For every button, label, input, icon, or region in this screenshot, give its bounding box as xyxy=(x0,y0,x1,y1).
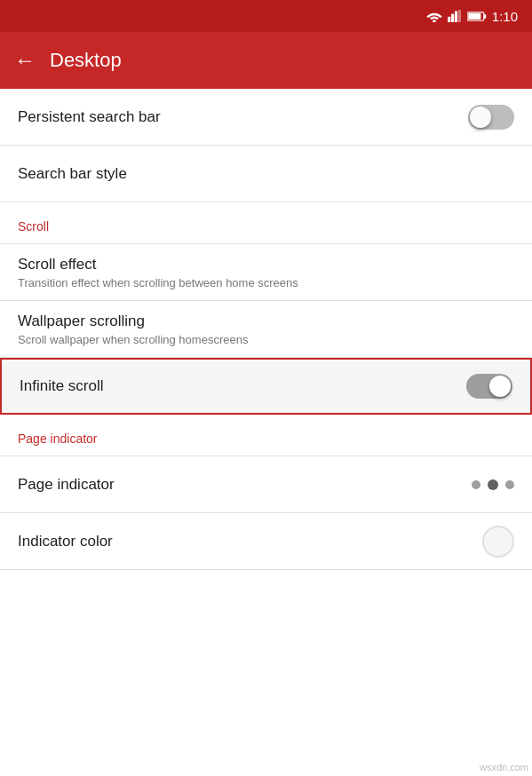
indicator-color-circle[interactable] xyxy=(482,526,514,558)
watermark: wsxdn.com xyxy=(480,762,528,772)
svg-rect-3 xyxy=(458,10,461,22)
infinite-scroll-toggle-thumb xyxy=(489,376,511,397)
wallpaper-scrolling-label: Wallpaper scrolling xyxy=(18,313,248,330)
infinite-scroll-toggle[interactable] xyxy=(466,374,512,399)
search-bar-style-item[interactable]: Search bar style xyxy=(0,146,532,202)
svg-rect-6 xyxy=(484,14,486,19)
indicator-color-item[interactable]: Indicator color xyxy=(0,513,532,570)
svg-rect-2 xyxy=(455,12,457,22)
app-bar: ← Desktop xyxy=(0,32,532,89)
infinite-scroll-item[interactable]: Infinite scroll xyxy=(0,358,532,415)
scroll-effect-label: Scroll effect xyxy=(18,256,298,273)
svg-rect-0 xyxy=(448,17,450,22)
search-bar-style-text: Search bar style xyxy=(18,165,127,183)
persistent-search-bar-toggle[interactable] xyxy=(468,105,514,130)
scroll-section-label: Scroll xyxy=(18,219,49,234)
page-indicator-dots xyxy=(472,479,514,490)
infinite-scroll-text: Infinite scroll xyxy=(20,377,103,395)
battery-icon xyxy=(467,11,487,22)
dot-3 xyxy=(505,480,514,489)
settings-list: Persistent search bar Search bar style S… xyxy=(0,89,532,570)
svg-rect-5 xyxy=(468,12,480,19)
signal-icon xyxy=(448,10,462,22)
status-bar: 1:10 xyxy=(0,0,532,32)
dot-2 xyxy=(488,479,498,490)
toggle-track xyxy=(468,105,514,130)
page-indicator-item[interactable]: Page indicator xyxy=(0,456,532,513)
scroll-effect-item[interactable]: Scroll effect Transition effect when scr… xyxy=(0,244,532,301)
wifi-icon xyxy=(426,10,442,22)
page-title: Desktop xyxy=(50,49,122,72)
dot-1 xyxy=(472,480,480,489)
scroll-effect-sublabel: Transition effect when scrolling between… xyxy=(18,276,298,289)
svg-rect-1 xyxy=(451,14,454,22)
persistent-search-bar-text: Persistent search bar xyxy=(18,108,161,126)
status-time: 1:10 xyxy=(492,9,518,24)
indicator-color-text: Indicator color xyxy=(18,533,113,550)
persistent-search-bar-label: Persistent search bar xyxy=(18,108,161,126)
page-indicator-section-header: Page indicator xyxy=(0,415,532,456)
search-bar-style-label: Search bar style xyxy=(18,165,127,183)
toggle-thumb xyxy=(470,107,491,128)
wallpaper-scrolling-item[interactable]: Wallpaper scrolling Scroll wallpaper whe… xyxy=(0,301,532,358)
wallpaper-scrolling-text: Wallpaper scrolling Scroll wallpaper whe… xyxy=(18,313,248,346)
status-icons: 1:10 xyxy=(426,9,518,24)
page-indicator-text: Page indicator xyxy=(18,476,115,494)
back-button[interactable]: ← xyxy=(14,48,36,73)
scroll-effect-text: Scroll effect Transition effect when scr… xyxy=(18,256,298,289)
scroll-section-header: Scroll xyxy=(0,202,532,244)
indicator-color-label: Indicator color xyxy=(18,533,113,550)
infinite-scroll-label: Infinite scroll xyxy=(20,377,103,395)
infinite-scroll-toggle-track xyxy=(466,374,512,399)
page-indicator-section-label: Page indicator xyxy=(18,432,98,446)
persistent-search-bar-item[interactable]: Persistent search bar xyxy=(0,89,532,146)
wallpaper-scrolling-sublabel: Scroll wallpaper when scrolling homescre… xyxy=(18,333,248,346)
page-indicator-label: Page indicator xyxy=(18,476,115,494)
